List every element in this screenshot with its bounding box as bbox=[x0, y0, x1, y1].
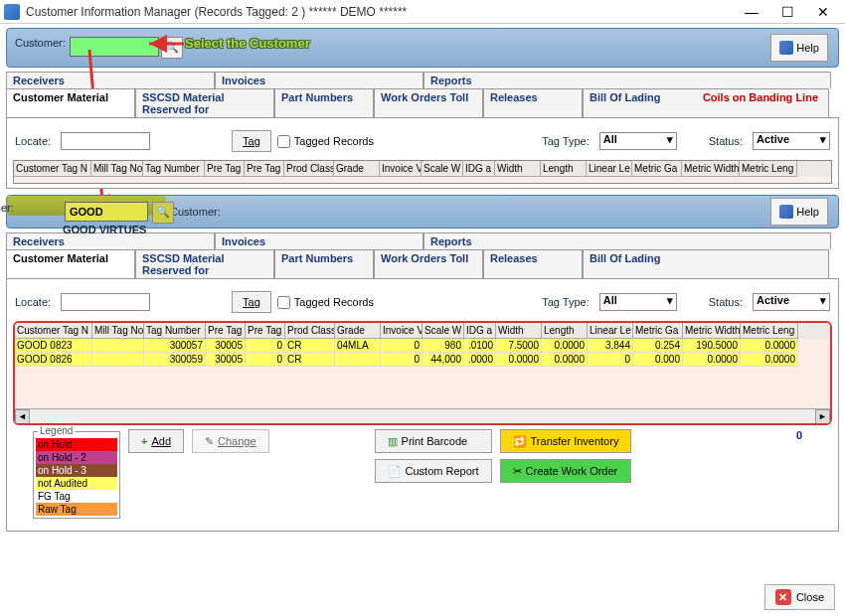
col-invoice-b[interactable]: Invoice V bbox=[381, 323, 422, 339]
legend-on-hold-3: on Hold - 3 bbox=[36, 464, 117, 477]
help-label: Help bbox=[796, 42, 819, 54]
col-idg-b[interactable]: IDG a bbox=[464, 323, 496, 339]
customer-search-button-bottom[interactable]: 🔍 bbox=[152, 202, 174, 224]
tab-part-numbers-b[interactable]: Part Numbers bbox=[274, 249, 374, 278]
custom-report-button[interactable]: 📄 Custom Report bbox=[375, 459, 492, 483]
table-row[interactable]: GOOD 0823 300057 30005 0 CR 04MLA 0 980 … bbox=[15, 339, 830, 353]
add-button[interactable]: + Add bbox=[128, 429, 184, 453]
col-metric-width[interactable]: Metric Width bbox=[682, 161, 740, 177]
scroll-left-icon[interactable]: ◄ bbox=[15, 409, 30, 424]
col-metric-ga-b[interactable]: Metric Ga bbox=[633, 323, 683, 339]
col-prod-class-b[interactable]: Prod Class bbox=[285, 323, 335, 339]
locate-input-top[interactable] bbox=[61, 132, 150, 150]
col-pre-tag-1-b[interactable]: Pre Tag bbox=[206, 323, 246, 339]
tagged-records-check-b[interactable] bbox=[277, 296, 290, 309]
tab-reports-b[interactable]: Reports bbox=[423, 232, 831, 249]
tag-type-label: Tag Type: bbox=[542, 135, 590, 147]
col-metric-length-b[interactable]: Metric Leng bbox=[741, 323, 798, 339]
tag-type-select-top[interactable]: All bbox=[599, 132, 677, 150]
print-barcode-button[interactable]: ▥ Print Barcode bbox=[375, 429, 492, 453]
tab-work-orders-toll-b[interactable]: Work Orders Toll bbox=[374, 249, 483, 278]
col-metric-width-b[interactable]: Metric Width bbox=[683, 323, 741, 339]
filter-row-top: Locate: Tag Tagged Records Tag Type: All… bbox=[13, 122, 832, 160]
help-label: Help bbox=[796, 206, 819, 218]
customer-input-top[interactable] bbox=[70, 37, 159, 57]
grid-body-bottom: GOOD 0823 300057 30005 0 CR 04MLA 0 980 … bbox=[15, 339, 830, 408]
tab-work-orders-toll[interactable]: Work Orders Toll bbox=[374, 88, 483, 117]
customer-label: Customer: bbox=[15, 37, 66, 49]
col-metric-length[interactable]: Metric Leng bbox=[740, 161, 797, 177]
col-mill-tag-b[interactable]: Mill Tag No bbox=[92, 323, 144, 339]
col-prod-class[interactable]: Prod Class bbox=[284, 161, 334, 177]
col-pre-tag-2-b[interactable]: Pre Tag bbox=[246, 323, 285, 339]
tab-releases-b[interactable]: Releases bbox=[483, 249, 583, 278]
col-metric-ga[interactable]: Metric Ga bbox=[632, 161, 682, 177]
tab-sscsd-reserved[interactable]: SSCSD Material Reserved for bbox=[135, 88, 274, 117]
tab-sscsd-reserved-b[interactable]: SSCSD Material Reserved for bbox=[135, 249, 274, 278]
footer: ✕ Close bbox=[764, 584, 835, 610]
tag-type-label-b: Tag Type: bbox=[542, 296, 590, 308]
customer-search-button-top[interactable]: 🔍 bbox=[161, 37, 183, 59]
tab-part-numbers[interactable]: Part Numbers bbox=[274, 88, 374, 117]
tab-bill-of-lading-b[interactable]: Bill Of Lading bbox=[583, 249, 829, 278]
customer-input-bottom[interactable] bbox=[65, 202, 148, 222]
tagged-records-checkbox-bottom[interactable]: Tagged Records bbox=[277, 296, 374, 309]
col-linear[interactable]: Linear Le bbox=[587, 161, 632, 177]
col-length-b[interactable]: Length bbox=[542, 323, 588, 339]
col-grade-b[interactable]: Grade bbox=[335, 323, 381, 339]
create-work-order-button[interactable]: ✂ Create Work Order bbox=[500, 459, 632, 483]
tab-reports[interactable]: Reports bbox=[423, 72, 831, 88]
status-select-top[interactable]: Active bbox=[753, 132, 830, 150]
change-button[interactable]: ✎ Change bbox=[192, 429, 269, 453]
legend-title: Legend bbox=[38, 425, 75, 436]
col-grade[interactable]: Grade bbox=[334, 161, 380, 177]
col-scale-w-b[interactable]: Scale W bbox=[422, 323, 464, 339]
col-width-b[interactable]: Width bbox=[496, 323, 542, 339]
section-bottom: Locate: Tag Tagged Records Tag Type: All… bbox=[6, 278, 839, 532]
col-pre-tag-1[interactable]: Pre Tag bbox=[205, 161, 245, 177]
minimize-button[interactable]: — bbox=[734, 1, 769, 23]
col-idg[interactable]: IDG a bbox=[463, 161, 495, 177]
col-tag-number-b[interactable]: Tag Number bbox=[144, 323, 206, 339]
locate-input-bottom[interactable] bbox=[61, 293, 150, 311]
col-width[interactable]: Width bbox=[495, 161, 541, 177]
tab-customer-material[interactable]: Customer Material bbox=[6, 88, 135, 117]
col-length[interactable]: Length bbox=[541, 161, 587, 177]
help-button-top[interactable]: Help bbox=[770, 34, 828, 62]
col-linear-b[interactable]: Linear Le bbox=[588, 323, 633, 339]
tagged-records-checkbox-top[interactable]: Tagged Records bbox=[277, 135, 374, 148]
col-scale-w[interactable]: Scale W bbox=[422, 161, 463, 177]
status-select-bottom[interactable]: Active bbox=[753, 293, 830, 311]
col-pre-tag-2[interactable]: Pre Tag bbox=[245, 161, 284, 177]
help-button-bottom[interactable]: Help bbox=[770, 198, 828, 226]
tagged-records-check[interactable] bbox=[277, 135, 290, 148]
close-window-button[interactable]: ✕ bbox=[805, 1, 841, 23]
tag-button-top[interactable]: Tag bbox=[232, 130, 271, 152]
tab-invoices-b[interactable]: Invoices bbox=[215, 232, 423, 249]
grid-bottom: Customer Tag N Mill Tag No Tag Number Pr… bbox=[13, 321, 832, 425]
tag-button-bottom[interactable]: Tag bbox=[232, 291, 271, 313]
transfer-inventory-button[interactable]: 🔁 Transfer Inventory bbox=[500, 429, 632, 453]
tab-bill-of-lading[interactable]: Bill Of Lading Coils on Banding Line bbox=[583, 88, 829, 117]
tag-type-select-bottom[interactable]: All bbox=[599, 293, 677, 311]
tab-customer-material-b[interactable]: Customer Material bbox=[6, 249, 135, 278]
col-invoice[interactable]: Invoice V bbox=[380, 161, 422, 177]
grid-hscroll[interactable]: ◄ ► bbox=[15, 408, 830, 423]
grid-header-bottom: Customer Tag N Mill Tag No Tag Number Pr… bbox=[15, 323, 830, 339]
col-tag-number[interactable]: Tag Number bbox=[143, 161, 205, 177]
table-row[interactable]: GOOD 0826 300059 30005 0 CR 0 44,000 .00… bbox=[15, 353, 830, 367]
col-customer-tag[interactable]: Customer Tag N bbox=[14, 161, 91, 177]
tab-receivers[interactable]: Receivers bbox=[6, 72, 215, 88]
section-top: Locate: Tag Tagged Records Tag Type: All… bbox=[6, 117, 839, 189]
col-mill-tag[interactable]: Mill Tag No bbox=[91, 161, 143, 177]
legend-raw-tag: Raw Tag bbox=[36, 503, 117, 516]
close-button[interactable]: ✕ Close bbox=[764, 584, 835, 610]
tab-releases[interactable]: Releases bbox=[483, 88, 583, 117]
customer-name-display: GOOD VIRTUES bbox=[63, 224, 146, 235]
magnifier-icon: 🔍 bbox=[165, 41, 179, 53]
scroll-right-icon[interactable]: ► bbox=[815, 409, 830, 424]
legend-on-hold-2: on Hold - 2 bbox=[36, 451, 117, 464]
tab-invoices[interactable]: Invoices bbox=[215, 72, 423, 88]
maximize-button[interactable]: ☐ bbox=[769, 1, 805, 23]
col-customer-tag-b[interactable]: Customer Tag N bbox=[15, 323, 92, 339]
